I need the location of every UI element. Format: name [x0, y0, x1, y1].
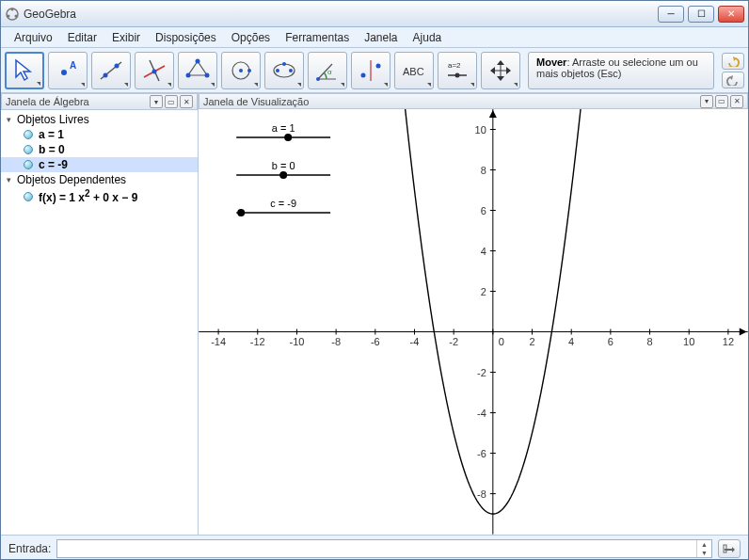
input-help-button[interactable]	[718, 539, 741, 558]
svg-point-14	[205, 72, 210, 77]
svg-text:-12: -12	[250, 336, 265, 347]
object-label: c = -9	[39, 158, 68, 171]
panel-detach-icon[interactable]: ▭	[165, 95, 178, 108]
svg-text:-2: -2	[449, 336, 458, 347]
tool-move-view[interactable]	[481, 52, 520, 89]
redo-button[interactable]	[722, 72, 744, 88]
dependent-object-0[interactable]: f(x) = 1 x2 + 0 x − 9	[1, 187, 198, 205]
input-field-group: ▲▼	[56, 539, 712, 558]
tool-point[interactable]: A	[48, 52, 88, 89]
tool-reflect[interactable]	[351, 52, 390, 89]
svg-text:α: α	[327, 68, 332, 76]
svg-point-4	[61, 70, 67, 75]
svg-text:8: 8	[646, 336, 652, 347]
command-input[interactable]	[57, 540, 696, 557]
maximize-button[interactable]: ☐	[688, 6, 714, 23]
menu-opções[interactable]: Opções	[224, 29, 278, 46]
menu-arquivo[interactable]: Arquivo	[7, 29, 60, 46]
svg-text:12: 12	[723, 336, 734, 347]
svg-text:ABC: ABC	[403, 66, 424, 77]
object-visibility-icon[interactable]	[24, 192, 33, 201]
svg-point-87	[279, 171, 287, 179]
svg-point-26	[361, 72, 366, 77]
tool-perpendicular[interactable]	[135, 52, 174, 89]
svg-point-2	[15, 14, 18, 17]
input-history-combo[interactable]: ▲▼	[696, 540, 711, 557]
close-button[interactable]: ✕	[718, 6, 744, 23]
svg-point-13	[196, 58, 200, 63]
svg-point-11	[152, 69, 157, 73]
panel-menu-icon[interactable]: ▾	[150, 95, 163, 108]
menu-ferramentas[interactable]: Ferramentas	[278, 29, 357, 46]
panel-detach-icon[interactable]: ▭	[715, 95, 728, 108]
svg-text:2: 2	[529, 336, 534, 347]
svg-point-24	[316, 77, 320, 81]
svg-text:-8: -8	[331, 336, 341, 347]
svg-point-18	[247, 69, 251, 72]
svg-text:a=2: a=2	[448, 61, 461, 70]
svg-point-7	[104, 72, 108, 77]
tool-text[interactable]: ABC	[394, 52, 434, 89]
free-object-1[interactable]: b = 0	[1, 142, 198, 157]
titlebar: GeoGebra ─ ☐ ✕	[1, 1, 748, 27]
toolbar: A α ABC a=2 Mover: Arraste ou selecione …	[1, 48, 748, 93]
free-object-0[interactable]: a = 1	[1, 127, 198, 142]
tree-free-objects[interactable]: Objetos Livres	[1, 112, 198, 127]
window-title: GeoGebra	[24, 8, 658, 21]
svg-text:0: 0	[499, 336, 504, 347]
svg-point-8	[115, 63, 120, 68]
panel-menu-icon[interactable]: ▾	[700, 95, 713, 108]
svg-text:4: 4	[481, 246, 486, 257]
graphics-header: Janela de Visualização ▾ ▭ ✕	[199, 93, 748, 109]
menu-editar[interactable]: Editar	[60, 29, 104, 46]
svg-point-17	[239, 69, 243, 72]
algebra-tree: Objetos Livresa = 1b = 0c = -9Objetos De…	[1, 110, 198, 535]
tool-hint: Mover: Arraste ou selecione um ou mais o…	[528, 52, 714, 89]
svg-point-21	[289, 69, 293, 72]
svg-point-15	[186, 72, 191, 77]
object-visibility-icon[interactable]	[24, 145, 33, 154]
svg-text:a = 1: a = 1	[272, 122, 295, 134]
algebra-title: Janela de Álgebra	[6, 96, 89, 107]
tool-angle[interactable]: α	[308, 52, 347, 89]
svg-point-90	[237, 209, 245, 216]
menu-ajuda[interactable]: Ajuda	[406, 29, 450, 46]
undo-button[interactable]	[722, 53, 744, 70]
tool-move[interactable]	[5, 52, 44, 89]
svg-text:-4: -4	[477, 408, 486, 419]
svg-point-84	[284, 134, 292, 141]
tool-ellipse[interactable]	[264, 52, 304, 89]
input-label: Entrada:	[8, 542, 51, 555]
menubar: ArquivoEditarExibirDisposiçõesOpçõesFerr…	[1, 27, 748, 48]
svg-text:8: 8	[481, 165, 486, 176]
svg-text:-2: -2	[477, 367, 486, 378]
svg-text:4: 4	[568, 336, 574, 347]
panel-close-icon[interactable]: ✕	[730, 95, 743, 108]
svg-text:-6: -6	[371, 336, 380, 347]
graphics-title: Janela de Visualização	[203, 96, 309, 107]
object-visibility-icon[interactable]	[24, 160, 33, 169]
svg-text:10: 10	[475, 124, 486, 136]
svg-point-20	[276, 69, 279, 72]
svg-text:b = 0: b = 0	[272, 160, 295, 171]
svg-point-1	[8, 14, 10, 17]
tree-dependent-objects[interactable]: Objetos Dependentes	[1, 172, 198, 187]
svg-text:-4: -4	[410, 336, 420, 347]
menu-janela[interactable]: Janela	[357, 29, 405, 46]
main-split: Janela de Álgebra ▾ ▭ ✕ Objetos Livresa …	[1, 93, 748, 535]
menu-exibir[interactable]: Exibir	[104, 29, 148, 46]
graphics-view[interactable]: -14-12-10-8-6-4-224681012-8-6-4-22468100…	[199, 109, 748, 535]
svg-text:-6: -6	[477, 448, 486, 459]
tool-polygon[interactable]	[178, 52, 217, 89]
tool-circle[interactable]	[221, 52, 261, 89]
object-visibility-icon[interactable]	[24, 130, 33, 139]
menu-disposições[interactable]: Disposições	[148, 29, 224, 46]
tool-slider[interactable]: a=2	[438, 52, 477, 89]
minimize-button[interactable]: ─	[658, 6, 684, 23]
svg-text:6: 6	[608, 336, 614, 347]
object-label: a = 1	[39, 128, 64, 141]
svg-text:10: 10	[683, 336, 694, 347]
tool-line[interactable]	[91, 52, 131, 89]
panel-close-icon[interactable]: ✕	[180, 95, 193, 108]
free-object-2[interactable]: c = -9	[1, 157, 198, 172]
